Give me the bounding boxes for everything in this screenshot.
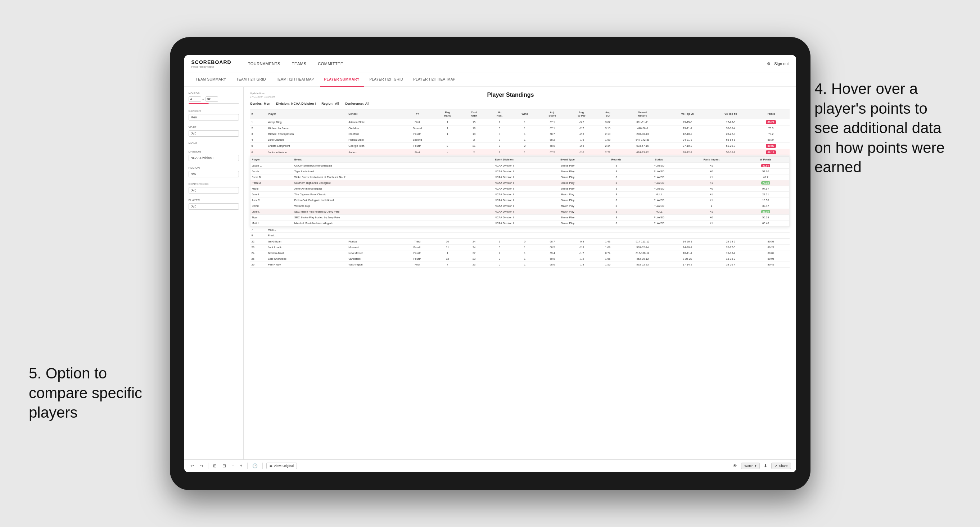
clock-btn[interactable]: 🕐: [251, 462, 259, 470]
cell-avg-to-par: -3.2: [567, 119, 597, 125]
table-row: 24 Bastien Amat New Mexico Fourth 1 27 2…: [250, 250, 790, 256]
subnav-player-h2h-grid[interactable]: PLAYER H2H GRID: [365, 73, 408, 87]
copy-btn[interactable]: ⊞: [212, 462, 218, 470]
cell-conf-rank: 24: [461, 244, 487, 250]
division-select[interactable]: NCAA Division I: [189, 155, 239, 161]
tooltip-row-item: Jacob L. UNCW Seahawk Intercollegiate NC…: [250, 163, 789, 168]
view-original-btn[interactable]: ◉ View: Original: [266, 463, 297, 469]
sidebar-division-section: Division NCAA Division I: [189, 150, 239, 161]
sub-nav: TEAM SUMMARY TEAM H2H GRID TEAM H2H HEAT…: [184, 73, 796, 87]
t-player: Matt I.: [250, 220, 293, 226]
cell-overall: 514-111-12: [619, 238, 666, 244]
cell-num: 8: [250, 232, 267, 238]
cell-vs25: 27-10-2: [666, 143, 709, 149]
subnav-team-h2h-grid[interactable]: TEAM H2H GRID: [232, 73, 270, 87]
update-time-value: 27/01/2024 16:56:26: [250, 95, 275, 98]
cell-points[interactable]: 80.95: [752, 256, 789, 262]
cell-yr: Fourth: [401, 256, 434, 262]
t-type: Stroke Play: [540, 174, 595, 180]
cell-vs50: 63-54-6: [709, 137, 752, 143]
cell-school: Florida: [347, 238, 401, 244]
cell-vs50: 19-16-2: [709, 250, 752, 256]
cell-conf-rank: 23: [461, 256, 487, 262]
cell-no-rds: 2: [487, 137, 512, 143]
cell-vs50: 50-16-8: [709, 149, 752, 156]
points-badge-5[interactable]: 80.89: [766, 144, 776, 148]
cell-points[interactable]: 80.27: [752, 244, 789, 250]
table-row: 8 Prest...: [250, 232, 790, 238]
cell-conf-rank: 18: [461, 125, 487, 131]
nav-teams[interactable]: TEAMS: [286, 55, 312, 73]
filter-row: Gender: Men Division: NCAA Division I Re…: [250, 102, 790, 105]
cell-avg-sg: 2.10: [597, 131, 619, 137]
wpoints-badge-9: 25.38: [761, 210, 770, 213]
cell-reg-rank: 2: [434, 143, 461, 149]
t-wpoints: 66.40: [742, 220, 789, 226]
cell-points[interactable]: 88.27: [752, 119, 789, 125]
cell-points[interactable]: 88.34: [752, 137, 789, 143]
gender-select[interactable]: Men: [189, 114, 239, 121]
subnav-player-summary[interactable]: PLAYER SUMMARY: [320, 73, 364, 87]
cell-points[interactable]: 80.89: [752, 143, 789, 149]
t-rank: +1: [681, 191, 742, 197]
filter-conference-value: All: [365, 102, 370, 105]
t-type: Stroke Play: [540, 214, 595, 220]
points-badge[interactable]: 88.27: [766, 120, 776, 124]
paste-btn[interactable]: ⊟: [221, 462, 227, 470]
cell-avg-sg: 1.56: [597, 262, 619, 267]
download-btn[interactable]: ⬇: [763, 462, 768, 470]
minus-btn[interactable]: −: [231, 462, 235, 470]
undo-btn[interactable]: ↩: [189, 462, 195, 470]
cell-points[interactable]: 70.2: [752, 131, 789, 137]
cell-avg-sg: [597, 227, 619, 232]
year-select[interactable]: (All): [189, 130, 239, 137]
sidebar: No Rds. – Gender Men: [184, 87, 243, 459]
cell-points[interactable]: 76.3: [752, 125, 789, 131]
plus-btn[interactable]: +: [239, 462, 243, 470]
cell-player: Prest...: [266, 232, 347, 238]
cell-points[interactable]: 80.49: [752, 262, 789, 267]
cell-wins: 1: [512, 149, 538, 156]
share-btn[interactable]: ↗ Share: [771, 463, 791, 469]
cell-vs25: 8-26-23: [666, 256, 709, 262]
t-status: PLAYED: [637, 186, 681, 191]
col-wins: Wins: [512, 109, 538, 119]
wpoints-badge: 32.64: [761, 164, 770, 167]
cell-points[interactable]: [752, 227, 789, 232]
tooltip-row-item: David Williams Cup NCAA Division I Match…: [250, 203, 789, 209]
tcol-player: Player: [250, 156, 293, 163]
nav-tournaments[interactable]: TOURNAMENTS: [242, 55, 286, 73]
cell-vs25: 24-31-3: [666, 137, 709, 143]
tooltip-inner: Player Event Event Division Event Type R…: [250, 156, 790, 227]
player-select[interactable]: (All): [189, 203, 239, 210]
cell-points[interactable]: 60.02: [752, 250, 789, 256]
subnav-team-summary[interactable]: TEAM SUMMARY: [191, 73, 231, 87]
no-rds-min-input[interactable]: [189, 97, 201, 102]
conference-select[interactable]: (All): [189, 187, 239, 194]
cell-yr: Fourth: [401, 131, 434, 137]
view-icon: ◉: [270, 464, 272, 468]
player-label: Player: [189, 198, 239, 202]
nav-committee[interactable]: COMMITTEE: [312, 55, 349, 73]
sidebar-player-section: Player (All): [189, 198, 239, 210]
tooltip-header-row: Player Event Event Division Event Type R…: [250, 156, 789, 163]
t-player: David: [250, 203, 293, 209]
tooltip-row-item: Pitch M. Southern Highlands Collegiate N…: [250, 180, 789, 186]
no-rds-max-input[interactable]: [205, 97, 218, 102]
cell-adj-score: 67.1: [538, 119, 567, 125]
redo-btn[interactable]: ↪: [199, 462, 204, 470]
cell-reg-rank: [434, 227, 461, 232]
region-select[interactable]: N/A: [189, 171, 239, 177]
t-status: PLAYED: [637, 180, 681, 186]
t-wpoints: 30.47: [742, 203, 789, 209]
cell-points[interactable]: 68.18: [752, 149, 789, 156]
sign-out-link[interactable]: Sign out: [774, 62, 789, 66]
cell-points[interactable]: 80.58: [752, 238, 789, 244]
points-badge-6[interactable]: 68.18: [766, 150, 776, 154]
subnav-player-h2h-heatmap[interactable]: PLAYER H2H HEATMAP: [409, 73, 460, 87]
watch-btn[interactable]: Watch ▾: [741, 463, 760, 469]
separator3: [262, 463, 263, 469]
cell-conf-rank: 2: [461, 149, 487, 156]
subnav-team-h2h-heatmap[interactable]: TEAM H2H HEATMAP: [272, 73, 318, 87]
cell-overall: 452-96-12: [619, 256, 666, 262]
